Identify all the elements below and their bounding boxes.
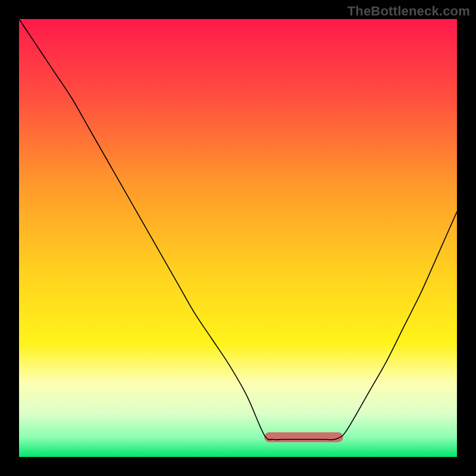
chart-svg bbox=[19, 19, 457, 457]
svg-rect-0 bbox=[264, 432, 343, 442]
watermark-text: TheBottleneck.com bbox=[347, 4, 470, 19]
gradient-background bbox=[19, 19, 457, 457]
chart-frame: TheBottleneck.com bbox=[0, 0, 476, 476]
optimal-zone-marker bbox=[264, 432, 343, 442]
plot-area bbox=[19, 19, 457, 457]
